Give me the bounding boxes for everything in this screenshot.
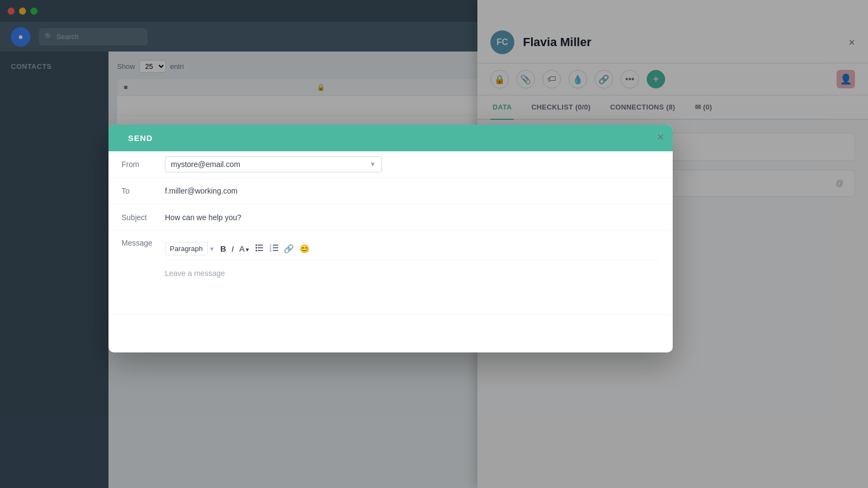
subject-label: Subject [122,204,165,230]
to-input[interactable] [165,178,660,204]
svg-text:3.: 3. [270,249,272,252]
message-toolbar: Paragraph ▼ B I A▼ 1.2.3. [165,237,660,260]
from-value: mystore@email.com [171,160,240,169]
svg-point-4 [256,247,257,249]
message-row: Message Paragraph ▼ B I A▼ [108,231,673,315]
email-dialog: SEND × From mystore@email.com ▼ To Subje… [108,125,673,352]
from-label: From [122,151,165,177]
message-label: Message [122,231,165,256]
paragraph-select[interactable]: Paragraph [165,242,208,255]
subject-input[interactable] [165,204,660,230]
dialog-body: From mystore@email.com ▼ To Subject Mess… [108,151,673,315]
dropdown-arrow-icon: ▼ [369,160,376,168]
paragraph-wrapper: Paragraph ▼ [165,242,215,255]
dialog-overlay: SEND × From mystore@email.com ▼ To Subje… [0,0,868,488]
underline-button[interactable]: A▼ [239,244,250,253]
paragraph-arrow-icon: ▼ [209,246,215,252]
bullet-list-button[interactable] [256,244,264,253]
svg-point-5 [256,250,257,252]
subject-row: Subject [108,204,673,231]
send-button[interactable]: SEND [108,125,173,151]
from-row: From mystore@email.com ▼ [108,151,673,178]
dialog-header: SEND [108,125,673,151]
numbered-list-button[interactable]: 1.2.3. [270,244,278,253]
bold-button[interactable]: B [220,244,226,253]
italic-button[interactable]: I [232,244,234,253]
to-label: To [122,178,165,204]
to-row: To [108,178,673,204]
message-input[interactable]: Leave a message [165,265,660,308]
link-button[interactable]: 🔗 [284,244,294,254]
emoji-button[interactable]: 😊 [299,244,310,254]
from-wrapper: mystore@email.com ▼ [165,156,382,172]
message-content: Paragraph ▼ B I A▼ 1.2.3. [165,231,660,314]
svg-point-3 [256,245,257,246]
dialog-close-button[interactable]: × [657,131,664,143]
